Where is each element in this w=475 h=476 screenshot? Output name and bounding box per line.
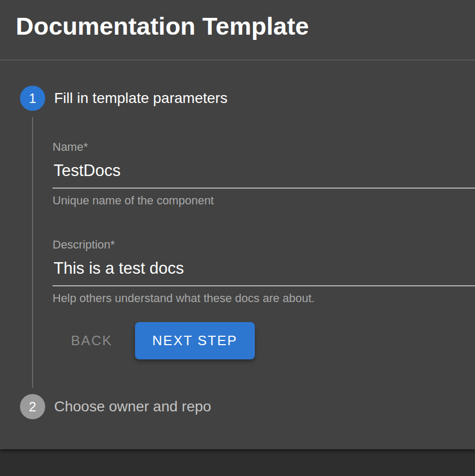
page-title: Documentation Template — [16, 13, 459, 39]
description-field-group: Description* Help others understand what… — [53, 238, 475, 305]
step-2-label: Choose owner and repo — [54, 398, 211, 415]
name-field-group: Name* Unique name of the component — [53, 140, 475, 208]
back-button[interactable]: BACK — [53, 322, 131, 359]
step-1-number-badge: 1 — [20, 86, 45, 111]
step-2-number-badge: 2 — [20, 394, 45, 419]
description-input[interactable] — [53, 259, 475, 286]
step-1-label: Fill in template parameters — [54, 90, 228, 107]
template-wizard-card: Documentation Template 1 Fill in templat… — [0, 0, 475, 449]
step-1-content: Name* Unique name of the component Descr… — [32, 117, 475, 388]
name-input[interactable] — [53, 161, 475, 189]
description-field-helper-text: Help others understand what these docs a… — [53, 292, 475, 305]
step-2-header[interactable]: 2 Choose owner and repo — [20, 394, 475, 419]
card-header: Documentation Template — [0, 0, 475, 60]
description-field-label: Description* — [53, 238, 475, 252]
step-1-header[interactable]: 1 Fill in template parameters — [20, 86, 475, 111]
stepper: 1 Fill in template parameters Name* Uniq… — [0, 60, 475, 419]
name-field-label: Name* — [53, 140, 475, 154]
next-step-button[interactable]: NEXT STEP — [135, 322, 255, 359]
name-field-helper-text: Unique name of the component — [53, 194, 475, 208]
step-actions: BACK NEXT STEP — [53, 322, 475, 359]
